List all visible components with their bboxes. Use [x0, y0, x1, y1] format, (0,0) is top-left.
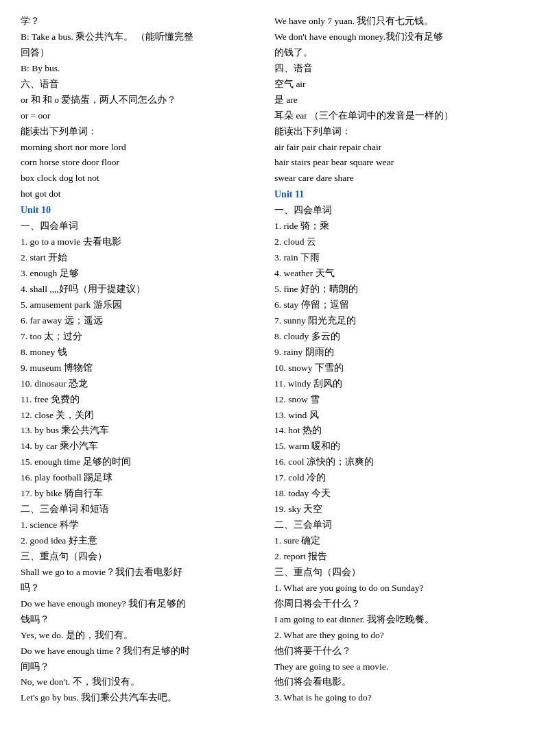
content-line: 耳朵 ear （三个在单词中的发音是一样的）: [274, 108, 514, 124]
content-line: 一、四会单词: [21, 219, 261, 234]
content-line: or 和 和 o 爱搞蛋，两人不同怎么办？: [21, 93, 261, 108]
content-line: 1. ride 骑；乘: [274, 219, 514, 234]
content-line: No, we don't. 不，我们没有。: [21, 674, 261, 690]
content-line: or = oor: [21, 108, 261, 124]
content-line: 13. by bus 乘公共汽车: [21, 423, 261, 439]
right-column: We have only 7 yuan. 我们只有七元钱。We don't ha…: [274, 14, 514, 706]
content-line: 他们将会看电影。: [274, 674, 514, 690]
content-line: 二、三会单词: [274, 517, 514, 533]
content-line: 2. cloud 云: [274, 234, 514, 250]
content-line: 3. rain 下雨: [274, 250, 514, 266]
content-line: Yes, we do. 是的，我们有。: [21, 628, 261, 644]
content-line: swear care dare share: [274, 171, 514, 186]
content-line: 9. rainy 阴雨的: [274, 345, 514, 361]
content-line: 一、四会单词: [274, 203, 514, 219]
content-line: 12. close 关，关闭: [21, 408, 261, 424]
content-line: corn horse store door floor: [21, 155, 261, 171]
content-line: box clock dog lot not: [21, 171, 261, 186]
content-line: 6. far away 远；遥远: [21, 313, 261, 329]
content-line: 1. What are you going to do on Sunday?: [274, 581, 514, 596]
content-line: 1. go to a movie 去看电影: [21, 234, 261, 250]
content-line: 间吗？: [21, 659, 261, 675]
content-line: 13. wind 风: [274, 408, 514, 424]
content-line: 三、重点句（四会）: [274, 565, 514, 581]
content-line: 7. sunny 阳光充足的: [274, 313, 514, 329]
content-line: 3. enough 足够: [21, 266, 261, 282]
content-line: 三、重点句（四会）: [21, 549, 261, 565]
content-line: 2. What are they going to do?: [274, 628, 514, 644]
content-line: 8. cloudy 多云的: [274, 329, 514, 345]
content-line: We don't have enough money.我们没有足够: [274, 29, 514, 45]
content-line: 15. enough time 足够的时间: [21, 454, 261, 470]
content-line: 你周日将会干什么？: [274, 596, 514, 612]
content-line: hot got dot: [21, 186, 261, 202]
content-line: 12. snow 雪: [274, 392, 514, 408]
content-line: B: Take a bus. 乘公共汽车。 （能听懂完整: [21, 29, 261, 45]
content-line: 能读出下列单词：: [274, 124, 514, 140]
content-line: Do we have enough money? 我们有足够的: [21, 596, 261, 612]
content-line: 四、语音: [274, 61, 514, 77]
content-line: 8. money 钱: [21, 345, 261, 361]
content-line: 的钱了。: [274, 45, 514, 61]
content-line: morning short nor more lord: [21, 140, 261, 156]
unit-title: Unit 11: [274, 189, 514, 200]
content-line: 16. play football 踢足球: [21, 470, 261, 486]
content-line: 15. warm 暖和的: [274, 439, 514, 454]
content-line: We have only 7 yuan. 我们只有七元钱。: [274, 14, 514, 29]
content-line: They are going to see a movie.: [274, 659, 514, 675]
content-line: 11. free 免费的: [21, 392, 261, 408]
content-line: B: By bus.: [21, 61, 261, 77]
content-line: 2. report 报告: [274, 549, 514, 565]
content-line: 回答）: [21, 45, 261, 61]
content-line: 17. by bike 骑自行车: [21, 486, 261, 502]
content-line: 学？: [21, 14, 261, 29]
content-line: Do we have enough time？我们有足够的时: [21, 644, 261, 659]
content-line: 2. good idea 好主意: [21, 533, 261, 549]
content-line: 14. by car 乘小汽车: [21, 439, 261, 454]
content-line: 是 are: [274, 93, 514, 108]
content-line: 六、语音: [21, 77, 261, 93]
content-line: 2. start 开始: [21, 250, 261, 266]
content-line: 能读出下列单词：: [21, 124, 261, 140]
content-line: 9. museum 博物馆: [21, 361, 261, 376]
unit-title: Unit 10: [21, 205, 261, 216]
content-line: 7. too 太；过分: [21, 329, 261, 345]
content-line: Shall we go to a movie？我们去看电影好: [21, 565, 261, 581]
content-line: air fair pair chair repair chair: [274, 140, 514, 156]
content-line: 4. weather 天气: [274, 266, 514, 282]
content-line: 钱吗？: [21, 612, 261, 628]
content-line: 他们将要干什么？: [274, 644, 514, 659]
content-line: 1. science 科学: [21, 517, 261, 533]
content-line: 4. shall ,,,,好吗（用于提建议）: [21, 282, 261, 297]
content-line: hair stairs pear bear square wear: [274, 155, 514, 171]
content-line: 19. sky 天空: [274, 502, 514, 517]
content-line: 5. amusement park 游乐园: [21, 297, 261, 313]
content-line: 10. snowy 下雪的: [274, 361, 514, 376]
content-line: 16. cool 凉快的；凉爽的: [274, 454, 514, 470]
content-line: 10. dinosaur 恐龙: [21, 376, 261, 392]
left-column: 学？B: Take a bus. 乘公共汽车。 （能听懂完整回答）B: By b…: [21, 14, 261, 706]
content-line: 空气 air: [274, 77, 514, 93]
content-line: 1. sure 确定: [274, 533, 514, 549]
main-content: 学？B: Take a bus. 乘公共汽车。 （能听懂完整回答）B: By b…: [21, 14, 514, 706]
content-line: 3. What is he going to do?: [274, 690, 514, 706]
content-line: 11. windy 刮风的: [274, 376, 514, 392]
content-line: 14. hot 热的: [274, 423, 514, 439]
content-line: 17. cold 冷的: [274, 470, 514, 486]
content-line: 二、三会单词 和短语: [21, 502, 261, 517]
content-line: I am going to eat dinner. 我将会吃晚餐。: [274, 612, 514, 628]
content-line: 18. today 今天: [274, 486, 514, 502]
content-line: 吗？: [21, 581, 261, 596]
content-line: Let's go by bus. 我们乘公共汽车去吧。: [21, 690, 261, 706]
content-line: 6. stay 停留；逗留: [274, 297, 514, 313]
content-line: 5. fine 好的；晴朗的: [274, 282, 514, 297]
